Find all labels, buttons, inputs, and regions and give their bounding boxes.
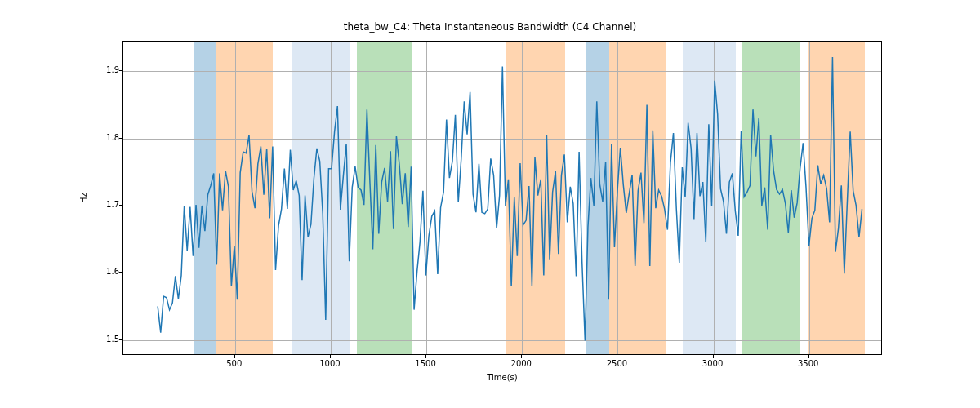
x-tick-mark — [521, 355, 522, 358]
y-tick-mark — [119, 272, 122, 273]
series-theta-bw-c4 — [158, 57, 862, 341]
y-tick-label: 1.9 — [90, 65, 119, 74]
x-tick-mark — [330, 355, 331, 358]
figure: theta_bw_C4: Theta Instantaneous Bandwid… — [0, 0, 980, 408]
y-tick-mark — [119, 205, 122, 206]
y-tick-mark — [119, 70, 122, 71]
x-tick-label: 1000 — [305, 359, 354, 368]
x-tick-mark — [808, 355, 809, 358]
line-series — [123, 42, 881, 354]
x-tick-mark — [617, 355, 617, 358]
x-tick-mark — [425, 355, 426, 358]
x-axis-label: Time(s) — [122, 373, 882, 382]
y-tick-label: 1.5 — [90, 335, 119, 344]
x-tick-label: 1500 — [401, 359, 450, 368]
y-tick-mark — [119, 339, 122, 340]
y-tick-label: 1.8 — [90, 133, 119, 142]
y-tick-label: 1.6 — [90, 267, 119, 276]
x-tick-label: 2000 — [497, 359, 546, 368]
y-tick-mark — [119, 138, 122, 139]
x-tick-label: 3500 — [784, 359, 833, 368]
x-tick-mark — [713, 355, 714, 358]
chart-title: theta_bw_C4: Theta Instantaneous Bandwid… — [0, 21, 980, 33]
y-axis-label: Hz — [78, 41, 89, 355]
x-tick-mark — [234, 355, 235, 358]
x-tick-label: 3000 — [688, 359, 737, 368]
y-tick-label: 1.7 — [90, 200, 119, 209]
x-tick-label: 500 — [210, 359, 259, 368]
x-tick-label: 2500 — [592, 359, 641, 368]
plot-area — [122, 41, 882, 355]
